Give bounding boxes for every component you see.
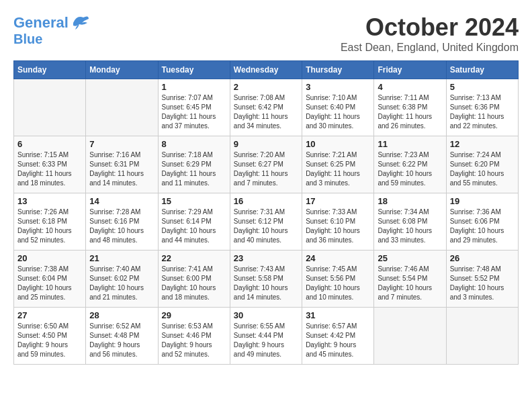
calendar-cell: 31Sunrise: 6:57 AM Sunset: 4:42 PM Dayli…	[302, 308, 374, 365]
logo-text: General	[13, 15, 69, 30]
day-info: Sunrise: 7:21 AM Sunset: 6:25 PM Dayligh…	[306, 150, 370, 188]
calendar-cell	[446, 308, 518, 365]
calendar-cell	[14, 79, 86, 136]
day-number: 24	[306, 253, 370, 263]
day-number: 13	[17, 196, 82, 206]
day-info: Sunrise: 7:31 AM Sunset: 6:12 PM Dayligh…	[234, 208, 298, 245]
day-info: Sunrise: 7:36 AM Sunset: 6:06 PM Dayligh…	[450, 208, 515, 245]
day-info: Sunrise: 7:41 AM Sunset: 6:00 PM Dayligh…	[162, 265, 226, 302]
day-info: Sunrise: 6:52 AM Sunset: 4:48 PM Dayligh…	[89, 322, 154, 359]
calendar-cell: 26Sunrise: 7:48 AM Sunset: 5:52 PM Dayli…	[446, 250, 518, 308]
calendar-cell: 9Sunrise: 7:20 AM Sunset: 6:27 PM Daylig…	[230, 136, 302, 193]
header: General Blue October 2024 East Dean, Eng…	[13, 13, 519, 54]
days-header-row: SundayMondayTuesdayWednesdayThursdayFrid…	[14, 61, 519, 79]
day-info: Sunrise: 7:15 AM Sunset: 6:33 PM Dayligh…	[17, 150, 82, 188]
calendar-cell	[374, 308, 446, 365]
calendar-cell: 30Sunrise: 6:55 AM Sunset: 4:44 PM Dayli…	[230, 308, 302, 365]
header-wednesday: Wednesday	[230, 61, 302, 79]
calendar-cell: 15Sunrise: 7:29 AM Sunset: 6:14 PM Dayli…	[158, 193, 230, 250]
calendar-cell: 14Sunrise: 7:28 AM Sunset: 6:16 PM Dayli…	[86, 193, 158, 250]
day-info: Sunrise: 7:34 AM Sunset: 6:08 PM Dayligh…	[378, 208, 442, 245]
location: East Dean, England, United Kingdom	[341, 42, 519, 54]
day-info: Sunrise: 7:24 AM Sunset: 6:20 PM Dayligh…	[450, 150, 515, 188]
calendar-cell: 24Sunrise: 7:45 AM Sunset: 5:56 PM Dayli…	[302, 250, 374, 308]
day-number: 25	[378, 253, 442, 263]
day-info: Sunrise: 6:50 AM Sunset: 4:50 PM Dayligh…	[17, 322, 82, 359]
day-number: 19	[450, 196, 515, 206]
day-number: 26	[450, 253, 515, 263]
calendar-cell: 3Sunrise: 7:10 AM Sunset: 6:40 PM Daylig…	[302, 79, 374, 136]
calendar-cell	[86, 79, 158, 136]
calendar-cell: 4Sunrise: 7:11 AM Sunset: 6:38 PM Daylig…	[374, 79, 446, 136]
logo-blue: Blue	[13, 32, 90, 46]
calendar-cell: 17Sunrise: 7:33 AM Sunset: 6:10 PM Dayli…	[302, 193, 374, 250]
day-info: Sunrise: 7:40 AM Sunset: 6:02 PM Dayligh…	[89, 265, 154, 302]
day-info: Sunrise: 6:57 AM Sunset: 4:42 PM Dayligh…	[306, 322, 370, 359]
day-info: Sunrise: 7:07 AM Sunset: 6:45 PM Dayligh…	[162, 93, 226, 131]
calendar-cell: 27Sunrise: 6:50 AM Sunset: 4:50 PM Dayli…	[14, 308, 86, 365]
day-info: Sunrise: 7:38 AM Sunset: 6:04 PM Dayligh…	[17, 265, 82, 302]
calendar-cell: 13Sunrise: 7:26 AM Sunset: 6:18 PM Dayli…	[14, 193, 86, 250]
day-number: 3	[306, 82, 370, 92]
header-sunday: Sunday	[14, 61, 86, 79]
day-info: Sunrise: 7:10 AM Sunset: 6:40 PM Dayligh…	[306, 93, 370, 131]
calendar-cell: 29Sunrise: 6:53 AM Sunset: 4:46 PM Dayli…	[158, 308, 230, 365]
week-row-4: 20Sunrise: 7:38 AM Sunset: 6:04 PM Dayli…	[14, 250, 519, 308]
day-info: Sunrise: 7:48 AM Sunset: 5:52 PM Dayligh…	[450, 265, 515, 302]
day-number: 4	[378, 82, 442, 92]
day-info: Sunrise: 7:26 AM Sunset: 6:18 PM Dayligh…	[17, 208, 82, 245]
calendar-cell: 5Sunrise: 7:13 AM Sunset: 6:36 PM Daylig…	[446, 79, 518, 136]
title-area: October 2024 East Dean, England, United …	[341, 13, 519, 54]
day-info: Sunrise: 7:29 AM Sunset: 6:14 PM Dayligh…	[162, 208, 226, 245]
day-number: 10	[306, 139, 370, 149]
day-number: 15	[162, 196, 226, 206]
day-number: 28	[89, 310, 154, 320]
day-number: 5	[450, 82, 515, 92]
day-number: 30	[234, 310, 298, 320]
calendar-cell: 23Sunrise: 7:43 AM Sunset: 5:58 PM Dayli…	[230, 250, 302, 308]
calendar-cell: 1Sunrise: 7:07 AM Sunset: 6:45 PM Daylig…	[158, 79, 230, 136]
day-info: Sunrise: 7:45 AM Sunset: 5:56 PM Dayligh…	[306, 265, 370, 302]
day-info: Sunrise: 7:11 AM Sunset: 6:38 PM Dayligh…	[378, 93, 442, 131]
day-number: 2	[234, 82, 298, 92]
day-info: Sunrise: 7:46 AM Sunset: 5:54 PM Dayligh…	[378, 265, 442, 302]
calendar-cell: 6Sunrise: 7:15 AM Sunset: 6:33 PM Daylig…	[14, 136, 86, 193]
day-info: Sunrise: 7:23 AM Sunset: 6:22 PM Dayligh…	[378, 150, 442, 188]
calendar-cell: 18Sunrise: 7:34 AM Sunset: 6:08 PM Dayli…	[374, 193, 446, 250]
logo: General Blue	[13, 13, 90, 46]
calendar-cell: 12Sunrise: 7:24 AM Sunset: 6:20 PM Dayli…	[446, 136, 518, 193]
day-number: 12	[450, 139, 515, 149]
calendar-cell: 8Sunrise: 7:18 AM Sunset: 6:29 PM Daylig…	[158, 136, 230, 193]
day-number: 6	[17, 139, 82, 149]
day-number: 7	[89, 139, 154, 149]
day-number: 14	[89, 196, 154, 206]
day-number: 20	[17, 253, 82, 263]
calendar-cell: 2Sunrise: 7:08 AM Sunset: 6:42 PM Daylig…	[230, 79, 302, 136]
header-monday: Monday	[86, 61, 158, 79]
month-title: October 2024	[341, 13, 519, 42]
day-number: 22	[162, 253, 226, 263]
day-number: 23	[234, 253, 298, 263]
day-number: 29	[162, 310, 226, 320]
calendar-cell: 25Sunrise: 7:46 AM Sunset: 5:54 PM Dayli…	[374, 250, 446, 308]
calendar-cell: 20Sunrise: 7:38 AM Sunset: 6:04 PM Dayli…	[14, 250, 86, 308]
header-thursday: Thursday	[302, 61, 374, 79]
week-row-3: 13Sunrise: 7:26 AM Sunset: 6:18 PM Dayli…	[14, 193, 519, 250]
calendar-cell: 28Sunrise: 6:52 AM Sunset: 4:48 PM Dayli…	[86, 308, 158, 365]
day-info: Sunrise: 7:43 AM Sunset: 5:58 PM Dayligh…	[234, 265, 298, 302]
day-info: Sunrise: 7:08 AM Sunset: 6:42 PM Dayligh…	[234, 93, 298, 131]
calendar-cell: 19Sunrise: 7:36 AM Sunset: 6:06 PM Dayli…	[446, 193, 518, 250]
calendar-cell: 16Sunrise: 7:31 AM Sunset: 6:12 PM Dayli…	[230, 193, 302, 250]
calendar-cell: 22Sunrise: 7:41 AM Sunset: 6:00 PM Dayli…	[158, 250, 230, 308]
day-number: 18	[378, 196, 442, 206]
day-info: Sunrise: 7:28 AM Sunset: 6:16 PM Dayligh…	[89, 208, 154, 245]
logo-bird-icon	[70, 13, 90, 32]
day-info: Sunrise: 6:55 AM Sunset: 4:44 PM Dayligh…	[234, 322, 298, 359]
header-friday: Friday	[374, 61, 446, 79]
day-info: Sunrise: 7:13 AM Sunset: 6:36 PM Dayligh…	[450, 93, 515, 131]
header-saturday: Saturday	[446, 61, 518, 79]
week-row-1: 1Sunrise: 7:07 AM Sunset: 6:45 PM Daylig…	[14, 79, 519, 136]
calendar-cell: 11Sunrise: 7:23 AM Sunset: 6:22 PM Dayli…	[374, 136, 446, 193]
header-tuesday: Tuesday	[158, 61, 230, 79]
day-number: 11	[378, 139, 442, 149]
